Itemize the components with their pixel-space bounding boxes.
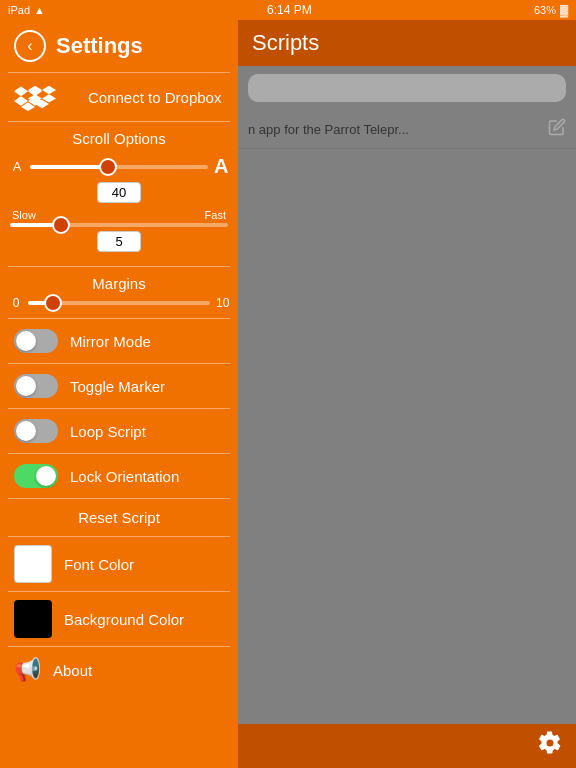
margin-max: 10 xyxy=(216,296,228,310)
scroll-options-header: Scroll Options xyxy=(0,122,238,151)
font-size-row: A A xyxy=(10,155,228,178)
edit-icon[interactable] xyxy=(548,118,566,140)
margins-header: Margins xyxy=(0,267,238,296)
about-row[interactable]: 📢 About xyxy=(0,647,238,693)
status-bar: iPad ▲ 6:14 PM 63% ▓ xyxy=(0,0,576,20)
font-size-small-label: A xyxy=(10,159,24,174)
background-color-label: Background Color xyxy=(64,611,184,628)
toggle-marker-label: Toggle Marker xyxy=(70,378,165,395)
font-size-slider[interactable] xyxy=(30,165,208,169)
main-header: Scripts xyxy=(238,20,576,66)
margins-section: 0 10 xyxy=(0,296,238,318)
dropbox-label: Connect to Dropbox xyxy=(88,89,221,106)
megaphone-icon: 📢 xyxy=(14,657,41,683)
toggle-marker-toggle[interactable] xyxy=(14,374,58,398)
margin-min: 0 xyxy=(10,296,22,310)
lock-orientation-row[interactable]: Lock Orientation xyxy=(0,454,238,498)
wifi-icon: ▲ xyxy=(34,4,45,16)
loop-script-label: Loop Script xyxy=(70,423,146,440)
background-color-row[interactable]: Background Color xyxy=(0,592,238,646)
settings-title: Settings xyxy=(56,33,143,59)
settings-sidebar: ‹ Settings Connect to Dropbox Scroll Opt… xyxy=(0,20,238,768)
reset-script-button[interactable]: Reset Script xyxy=(0,499,238,536)
speed-slider[interactable] xyxy=(10,223,228,227)
main-footer xyxy=(238,724,576,768)
sidebar-header: ‹ Settings xyxy=(0,20,238,72)
scripts-title: Scripts xyxy=(252,30,319,56)
about-label: About xyxy=(53,662,92,679)
main-content: Scripts n app for the Parrot Telepr... xyxy=(238,20,576,768)
font-color-row[interactable]: Font Color xyxy=(0,537,238,591)
speed-row xyxy=(10,223,228,227)
gear-icon[interactable] xyxy=(538,731,562,761)
status-left: iPad ▲ xyxy=(8,4,45,16)
device-label: iPad xyxy=(8,4,30,16)
mirror-mode-knob xyxy=(16,331,36,351)
status-time: 6:14 PM xyxy=(267,3,312,17)
mirror-mode-row[interactable]: Mirror Mode xyxy=(0,319,238,363)
margins-slider[interactable] xyxy=(28,301,210,305)
mirror-mode-toggle[interactable] xyxy=(14,329,58,353)
toggle-marker-knob xyxy=(16,376,36,396)
speed-value[interactable]: 5 xyxy=(97,231,141,252)
loop-script-knob xyxy=(16,421,36,441)
script-item[interactable]: n app for the Parrot Telepr... xyxy=(238,110,576,149)
svg-marker-1 xyxy=(42,86,56,94)
status-right: 63% ▓ xyxy=(534,4,568,16)
battery-percent: 63% xyxy=(534,4,556,16)
font-size-large-label: A xyxy=(214,155,228,178)
font-size-slider-area: A A 40 Slow Fast 5 xyxy=(0,151,238,266)
search-bar xyxy=(248,74,566,102)
font-color-label: Font Color xyxy=(64,556,134,573)
background-color-swatch[interactable] xyxy=(14,600,52,638)
script-text: n app for the Parrot Telepr... xyxy=(248,122,540,137)
battery-icon: ▓ xyxy=(560,4,568,16)
font-size-value[interactable]: 40 xyxy=(97,182,141,203)
connect-dropbox-button[interactable]: Connect to Dropbox xyxy=(0,73,238,121)
font-color-swatch[interactable] xyxy=(14,545,52,583)
back-icon: ‹ xyxy=(27,37,32,55)
lock-orientation-knob xyxy=(36,466,56,486)
margins-row: 0 10 xyxy=(10,296,228,310)
lock-orientation-label: Lock Orientation xyxy=(70,468,179,485)
dropbox-logo-icon xyxy=(28,83,56,111)
mirror-mode-label: Mirror Mode xyxy=(70,333,151,350)
svg-marker-0 xyxy=(28,86,42,94)
lock-orientation-toggle[interactable] xyxy=(14,464,58,488)
loop-script-row[interactable]: Loop Script xyxy=(0,409,238,453)
back-button[interactable]: ‹ xyxy=(14,30,46,62)
toggle-marker-row[interactable]: Toggle Marker xyxy=(0,364,238,408)
loop-script-toggle[interactable] xyxy=(14,419,58,443)
